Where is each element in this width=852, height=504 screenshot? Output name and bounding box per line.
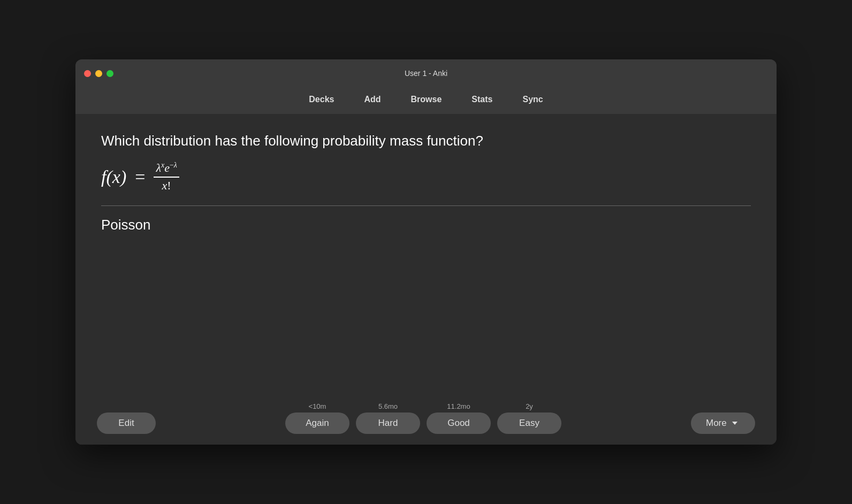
easy-button[interactable]: Easy bbox=[497, 413, 561, 434]
hard-container: 5.6mo Hard bbox=[356, 402, 420, 434]
easy-container: 2y Easy bbox=[497, 402, 561, 434]
nav-browse[interactable]: Browse bbox=[396, 91, 457, 108]
formula-equals: = bbox=[135, 167, 145, 187]
formula-numerator: λxe−λ bbox=[154, 161, 179, 177]
question-text: Which distribution has the following pro… bbox=[101, 131, 751, 150]
good-button[interactable]: Good bbox=[427, 413, 491, 434]
window-title: User 1 - Anki bbox=[405, 69, 447, 78]
hard-time-label: 5.6mo bbox=[378, 402, 398, 410]
edit-button[interactable]: Edit bbox=[97, 413, 156, 434]
navbar: Decks Add Browse Stats Sync bbox=[75, 87, 777, 114]
more-container: More bbox=[691, 413, 755, 434]
again-button[interactable]: Again bbox=[285, 413, 349, 434]
chevron-down-icon bbox=[732, 422, 737, 425]
nav-stats[interactable]: Stats bbox=[457, 91, 507, 108]
divider bbox=[101, 205, 751, 206]
formula-left: f(x) bbox=[101, 167, 126, 187]
good-time-label: 11.2mo bbox=[447, 402, 470, 410]
good-container: 11.2mo Good bbox=[427, 402, 491, 434]
nav-decks[interactable]: Decks bbox=[294, 91, 349, 108]
bottom-bar: Edit <10m Again 5.6mo Hard 11.2mo Good 2… bbox=[75, 396, 777, 445]
traffic-lights bbox=[84, 70, 113, 77]
edit-container: Edit bbox=[97, 413, 156, 434]
nav-add[interactable]: Add bbox=[349, 91, 395, 108]
formula-block: f(x) = λxe−λ x! bbox=[101, 161, 751, 192]
answer-text: Poisson bbox=[101, 217, 751, 233]
easy-time-label: 2y bbox=[526, 402, 533, 410]
card-content: Which distribution has the following pro… bbox=[75, 114, 777, 396]
formula-denominator: x! bbox=[160, 178, 173, 193]
maximize-button[interactable] bbox=[107, 70, 113, 77]
more-label: More bbox=[706, 418, 727, 429]
more-button[interactable]: More bbox=[691, 413, 755, 434]
answer-buttons: <10m Again 5.6mo Hard 11.2mo Good 2y Eas… bbox=[162, 402, 684, 434]
close-button[interactable] bbox=[84, 70, 91, 77]
minimize-button[interactable] bbox=[95, 70, 102, 77]
app-window: User 1 - Anki Decks Add Browse Stats Syn… bbox=[75, 59, 777, 445]
titlebar: User 1 - Anki bbox=[75, 59, 777, 87]
hard-button[interactable]: Hard bbox=[356, 413, 420, 434]
again-container: <10m Again bbox=[285, 402, 349, 434]
formula-fraction: λxe−λ x! bbox=[154, 161, 179, 192]
again-time-label: <10m bbox=[309, 402, 326, 410]
nav-sync[interactable]: Sync bbox=[507, 91, 558, 108]
